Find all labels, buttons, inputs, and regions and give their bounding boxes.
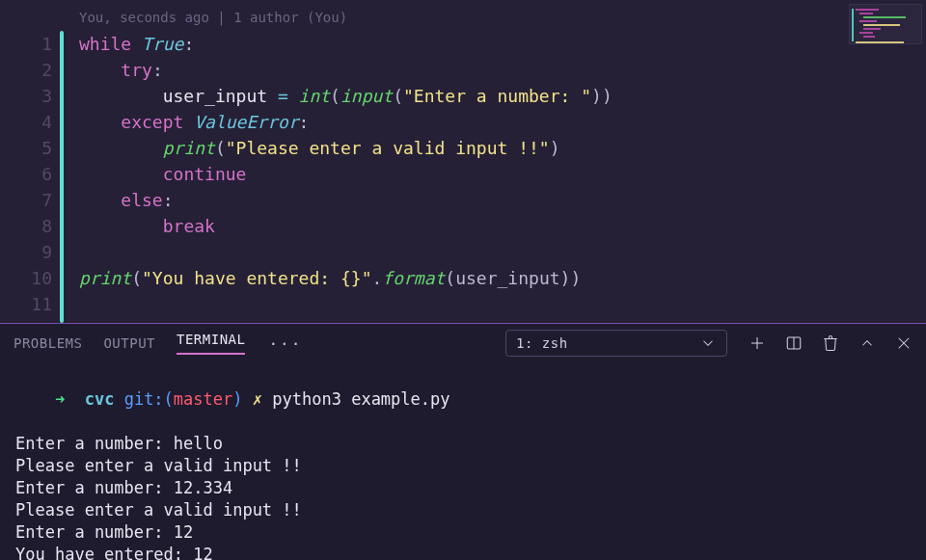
code-area[interactable]: while True: try: user_input = int(input(… — [64, 31, 926, 317]
terminal-output-line: Enter a number: 12 — [15, 521, 911, 544]
line-number: 6 — [0, 161, 58, 187]
editor-pane[interactable]: 1234567891011 You, seconds ago | 1 autho… — [0, 0, 926, 323]
line-number: 9 — [0, 239, 58, 265]
panel-separator[interactable] — [0, 323, 926, 324]
panel-more-icon[interactable]: ··· — [268, 334, 302, 353]
panel-actions — [749, 334, 912, 352]
terminal-output-line: You have entered: 12 — [15, 544, 911, 560]
gitlens-annotation: You, seconds ago | 1 author (You) — [64, 4, 926, 31]
line-number: 3 — [0, 83, 58, 109]
terminal-picker-label: 1: zsh — [516, 335, 568, 351]
code-line[interactable]: while True: — [79, 31, 926, 57]
panel-tab-output[interactable]: OUTPUT — [103, 335, 155, 351]
prompt-arrow-icon: ➜ — [55, 389, 65, 409]
prompt-dirty-icon: ✗ — [253, 389, 262, 409]
split-terminal-icon[interactable] — [785, 334, 803, 352]
prompt-cwd: cvc — [85, 389, 115, 409]
line-number: 10 — [0, 265, 58, 291]
terminal-picker[interactable]: 1: zsh — [505, 330, 727, 357]
terminal-output-line: Please enter a valid input !! — [15, 455, 911, 477]
line-number: 5 — [0, 135, 58, 161]
code-line[interactable]: print("Please enter a valid input !!") — [79, 135, 926, 161]
chevron-up-icon[interactable] — [858, 334, 876, 352]
terminal-output-line: Please enter a valid input !! — [15, 499, 911, 521]
line-number: 8 — [0, 213, 58, 239]
panel-tab-terminal[interactable]: TERMINAL — [177, 332, 245, 355]
trash-icon[interactable] — [822, 334, 839, 352]
line-number: 11 — [0, 291, 58, 317]
code-line[interactable] — [79, 291, 926, 317]
terminal-output-line: Enter a number: hello — [15, 433, 911, 455]
line-number: 1 — [0, 31, 58, 57]
new-terminal-icon[interactable] — [749, 334, 766, 352]
code-line[interactable]: continue — [79, 161, 926, 187]
prompt-command: python3 example.py — [272, 389, 449, 409]
code-line[interactable]: print("You have entered: {}".format(user… — [79, 265, 926, 291]
code-line[interactable]: user_input = int(input("Enter a number: … — [79, 83, 926, 109]
code-line[interactable]: try: — [79, 57, 926, 83]
terminal-body[interactable]: ➜ cvc git:(master) ✗ python3 example.py … — [0, 362, 926, 560]
prompt-branch: master — [174, 389, 232, 409]
line-number: 2 — [0, 57, 58, 83]
terminal-output-line: Enter a number: 12.334 — [15, 477, 911, 499]
close-icon[interactable] — [895, 334, 912, 352]
code-line[interactable] — [79, 239, 926, 265]
panel-header: PROBLEMSOUTPUTTERMINAL ··· 1: zsh — [0, 324, 926, 362]
line-number: 7 — [0, 187, 58, 213]
prompt-line: ➜ cvc git:(master) ✗ python3 example.py — [15, 366, 911, 433]
minimap[interactable] — [849, 4, 922, 44]
line-number: 4 — [0, 109, 58, 135]
code-line[interactable]: except ValueError: — [79, 109, 926, 135]
chevron-down-icon — [699, 334, 717, 352]
line-number-gutter: 1234567891011 — [0, 0, 58, 323]
prompt-git-label: git: — [124, 389, 164, 409]
code-line[interactable]: break — [79, 213, 926, 239]
panel-tab-problems[interactable]: PROBLEMS — [14, 335, 82, 351]
code-line[interactable]: else: — [79, 187, 926, 213]
